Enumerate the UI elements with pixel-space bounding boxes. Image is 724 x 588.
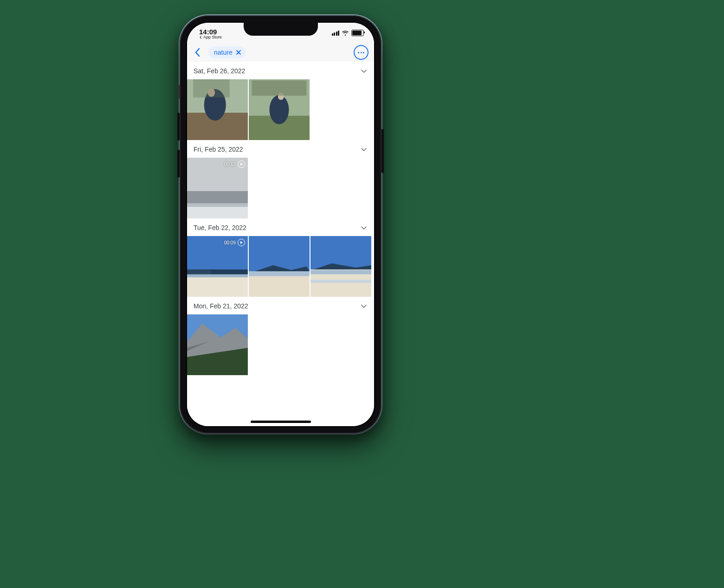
photo-thumbnail[interactable] [187,79,248,140]
chevron-down-icon[interactable] [360,224,368,231]
battery-icon [351,30,364,36]
cellular-icon [332,31,340,36]
chevron-down-icon[interactable] [360,146,368,153]
video-thumbnail[interactable]: 00:12 [187,158,248,218]
search-filter-chip[interactable]: nature [208,46,246,58]
date-label: Tue, Feb 22, 2022 [194,224,246,231]
date-header[interactable]: Mon, Feb 21, 2022 [187,297,374,314]
date-label: Mon, Feb 21, 2022 [194,302,248,310]
svg-rect-12 [187,206,248,218]
more-options-button[interactable] [354,45,368,60]
chevron-down-icon[interactable] [360,302,368,310]
svg-rect-9 [252,81,307,96]
app-screen: 14:09 App Store [187,23,374,426]
svg-rect-22 [249,271,310,276]
close-icon[interactable] [235,49,242,56]
svg-rect-13 [187,203,248,207]
home-indicator[interactable] [251,421,311,423]
wifi-icon [342,30,349,36]
svg-point-7 [270,95,289,124]
photo-thumbnail[interactable] [310,236,371,297]
results-list[interactable]: Sat, Feb 26, 2022 [187,62,374,426]
svg-rect-26 [310,270,371,274]
svg-rect-18 [187,275,248,278]
date-header[interactable]: Sat, Feb 26, 2022 [187,62,374,79]
chip-label: nature [214,49,233,56]
svg-rect-19 [249,236,310,271]
volume-down[interactable] [177,150,180,178]
breadcrumb-label: App Store [203,35,222,39]
date-label: Fri, Feb 25, 2022 [194,146,243,153]
video-duration-badge: 00:12 [224,160,245,168]
video-duration-badge: 00:09 [224,239,245,246]
svg-rect-4 [193,79,230,97]
chevron-down-icon[interactable] [360,67,368,75]
search-header: nature [187,43,374,62]
volume-up[interactable] [177,113,180,141]
svg-rect-23 [310,236,371,269]
back-button[interactable] [191,45,205,59]
power-button[interactable] [381,129,384,173]
clock: 14:09 [199,28,222,35]
svg-rect-27 [310,280,371,283]
notch [244,22,318,36]
date-header[interactable]: Fri, Feb 25, 2022 [187,140,374,158]
video-thumbnail[interactable]: 00:09 [187,236,248,297]
mute-switch[interactable] [178,85,180,99]
date-header[interactable]: Tue, Feb 22, 2022 [187,218,374,236]
svg-rect-17 [187,275,248,297]
breadcrumb[interactable]: App Store [199,35,222,39]
photo-thumbnail[interactable] [187,314,248,375]
play-icon [238,160,245,168]
photo-thumbnail[interactable] [249,79,310,140]
svg-rect-16 [187,269,211,274]
date-label: Sat, Feb 26, 2022 [194,67,245,75]
play-icon [238,239,245,246]
phone-frame: 14:09 App Store [180,15,381,434]
photo-thumbnail[interactable] [249,236,310,297]
